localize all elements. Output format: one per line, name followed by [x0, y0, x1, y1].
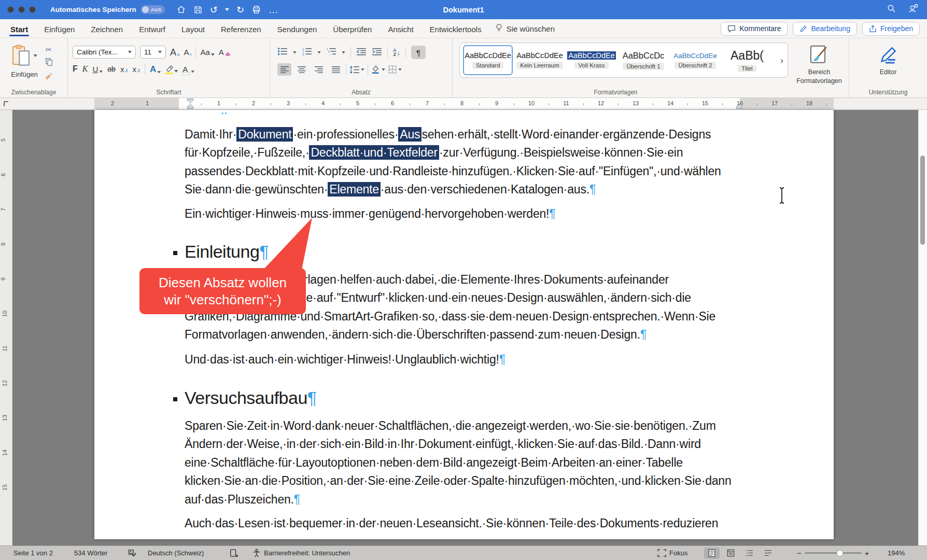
tab-layout[interactable]: Layout	[180, 21, 206, 37]
numbered-list-button[interactable]: 123	[302, 47, 312, 58]
grow-font-button[interactable]: Aᴧ	[170, 48, 180, 57]
increase-indent-button[interactable]	[372, 48, 382, 58]
tab-ansicht[interactable]: Ansicht	[387, 21, 414, 37]
scrollbar-thumb[interactable]	[920, 156, 925, 245]
align-center-button[interactable]	[294, 63, 308, 76]
spellcheck-icon[interactable]	[128, 546, 136, 560]
undo-icon[interactable]: ↺	[210, 5, 218, 15]
word-count[interactable]: 534 Wörter	[74, 546, 107, 560]
zoom-percentage[interactable]: 194%	[888, 546, 905, 560]
print-layout-view-button[interactable]	[704, 548, 720, 559]
document-page[interactable]: Damit·Ihr·Dokument·ein·professionelles·A…	[94, 110, 834, 539]
print-icon[interactable]	[251, 5, 261, 15]
heading-versuchsaufbau[interactable]: Versuchsaufbau¶	[185, 386, 317, 409]
strikethrough-button[interactable]: ab	[107, 65, 116, 73]
autosave-toggle[interactable]: AUS	[141, 5, 165, 14]
share-button[interactable]: Freigeben	[862, 22, 920, 36]
bold-button[interactable]: F	[73, 65, 78, 73]
style-voll-krass[interactable]: AaBbCcDdEe Voll Krass	[567, 45, 616, 75]
paste-chevron-icon[interactable]	[34, 54, 37, 57]
bullet-list-button[interactable]	[277, 47, 288, 58]
accessibility-status[interactable]: Barrierefreiheit: Untersuchen	[252, 546, 350, 560]
cut-icon[interactable]: ✂	[46, 46, 52, 53]
outline-view-button[interactable]	[741, 548, 757, 559]
tab-referenzen[interactable]: Referenzen	[220, 21, 262, 37]
bullet-list-chevron-icon[interactable]	[293, 51, 297, 54]
redo-icon[interactable]: ↻	[236, 5, 244, 15]
italic-button[interactable]: K	[82, 65, 88, 73]
format-painter-icon[interactable]	[45, 72, 53, 82]
font-color-button[interactable]: A	[182, 65, 194, 73]
close-window-button[interactable]	[7, 6, 14, 13]
borders-button[interactable]	[388, 65, 402, 74]
shading-button[interactable]	[371, 65, 385, 74]
home-icon[interactable]	[176, 5, 186, 15]
multilevel-list-button[interactable]: 1ai	[326, 47, 336, 58]
copy-icon[interactable]	[45, 58, 53, 68]
justify-button[interactable]	[329, 63, 343, 76]
styles-pane-button[interactable]: Bereich Formatvorlagen	[793, 45, 845, 86]
editor-button[interactable]: Editor	[849, 45, 927, 77]
paragraph[interactable]: Und·das·ist·auch·ein·wichtiger·Hinweis!·…	[185, 351, 505, 369]
paste-button[interactable]: Einfügen	[8, 45, 40, 78]
tab-entwurf[interactable]: Entwurf	[138, 21, 166, 37]
superscript-button[interactable]: x2	[132, 65, 140, 73]
text-effects-button[interactable]: A	[150, 65, 161, 74]
align-right-button[interactable]	[312, 63, 326, 76]
show-formatting-marks-button[interactable]: ¶	[411, 46, 426, 59]
paragraph[interactable]: Auch·das·Lesen·ist·bequemer·in·der·neuen…	[185, 514, 718, 533]
page-indicator[interactable]: Seite 1 von 2	[13, 546, 53, 560]
tab-entwicklertools[interactable]: Entwicklertools	[429, 21, 483, 37]
zoom-window-button[interactable]	[29, 6, 36, 13]
editing-mode-button[interactable]: Bearbeitung	[793, 22, 857, 36]
search-icon[interactable]	[887, 4, 896, 16]
zoom-slider[interactable]	[805, 552, 862, 554]
font-size-combo[interactable]: 11	[140, 46, 166, 59]
clear-formatting-button[interactable]: A	[219, 48, 231, 56]
font-name-combo[interactable]: Calibri (Tex...	[73, 46, 136, 59]
align-left-button[interactable]	[277, 63, 291, 76]
tell-me-control[interactable]: Sie wünschen	[495, 23, 555, 34]
tab-sendungen[interactable]: Sendungen	[276, 21, 318, 37]
heading-einleitung[interactable]: Einleitung¶	[185, 240, 269, 263]
tab-zeichnen[interactable]: Zeichnen	[90, 21, 124, 37]
text-highlight-button[interactable]	[165, 65, 178, 73]
shrink-font-button[interactable]: Aᵥ	[184, 48, 192, 56]
vertical-ruler[interactable]: 56789101112131415	[0, 110, 12, 545]
language-indicator[interactable]: Deutsch (Schweiz)	[148, 546, 204, 560]
style-kein-leerraum[interactable]: AaBbCcDdEe Kein Leerraum	[515, 45, 565, 75]
tab-ueberpruefen[interactable]: Überprüfen	[332, 21, 373, 37]
underline-button[interactable]: U	[92, 65, 103, 73]
styles-gallery-more-icon[interactable]: ›	[780, 55, 783, 66]
change-case-button[interactable]: Aa	[200, 48, 214, 56]
style-titel[interactable]: AaBb( Titel	[722, 45, 772, 75]
zoom-slider-thumb[interactable]	[836, 550, 843, 556]
minimize-window-button[interactable]	[18, 6, 25, 13]
zoom-in-button[interactable]: +	[865, 549, 869, 557]
sort-button[interactable]: AZ ↓	[393, 48, 400, 57]
save-icon[interactable]	[193, 5, 203, 15]
draft-view-button[interactable]	[760, 548, 776, 559]
subscript-button[interactable]: x2	[120, 65, 128, 73]
macro-record-icon[interactable]	[230, 546, 238, 560]
decrease-indent-button[interactable]	[356, 48, 367, 58]
tab-stop-selector[interactable]	[0, 98, 12, 110]
share-people-icon[interactable]	[908, 4, 919, 16]
numbered-list-chevron-icon[interactable]	[317, 51, 321, 54]
focus-mode-button[interactable]: Fokus	[657, 546, 687, 560]
paragraph[interactable]: Ein·wichtiger·Hinweis·muss·immer·genügen…	[185, 205, 555, 223]
tab-start[interactable]: Start	[9, 21, 29, 37]
line-spacing-button[interactable]	[349, 66, 364, 74]
multilevel-list-chevron-icon[interactable]	[342, 51, 345, 54]
paragraph[interactable]: Sparen·Sie·Zeit·in·Word·dank·neuer·Schal…	[185, 417, 732, 509]
style-standard[interactable]: AaBbCcDdEe Standard	[463, 45, 513, 75]
tab-einfuegen[interactable]: Einfügen	[43, 21, 76, 37]
style-ueberschrift-2[interactable]: AaBbCcDdEe Überschrift 2	[670, 45, 720, 75]
undo-chevron-icon[interactable]	[225, 8, 229, 11]
web-layout-view-button[interactable]	[723, 548, 738, 559]
style-ueberschrift-1[interactable]: AaBbCcDc Überschrift 1	[619, 45, 668, 75]
more-commands-icon[interactable]: …	[269, 5, 278, 15]
comments-button[interactable]: Kommentare	[721, 22, 788, 36]
paragraph[interactable]: Damit·Ihr·Dokument·ein·professionelles·A…	[185, 125, 721, 199]
window-controls[interactable]	[7, 6, 36, 13]
